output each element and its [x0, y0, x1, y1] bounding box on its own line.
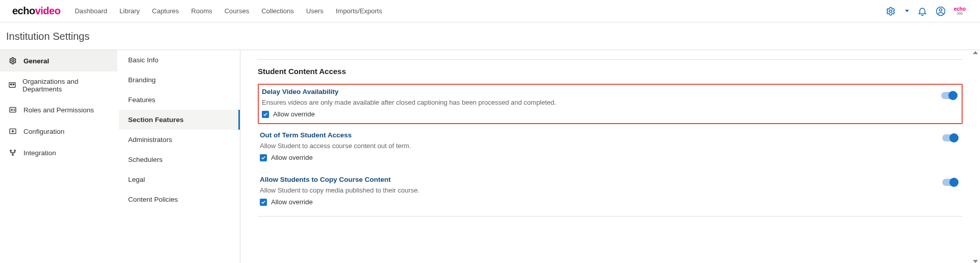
svg-point-12 — [12, 154, 14, 156]
nav-imports-exports[interactable]: Imports/Exports — [336, 7, 382, 15]
override-label: Allow override — [273, 110, 315, 118]
checkbox-allow-override[interactable] — [260, 199, 267, 206]
toggle-copy-content[interactable] — [942, 179, 958, 186]
mid-nav-schedulers[interactable]: Schedulers — [119, 150, 240, 170]
setting-title: Out of Term Student Access — [260, 131, 961, 139]
left-nav-label: Roles and Permissions — [23, 106, 94, 114]
mid-nav-administrators[interactable]: Administrators — [119, 130, 240, 150]
user-icon[interactable] — [936, 6, 946, 16]
top-icons: echo 360 — [886, 6, 966, 16]
top-nav: Dashboard Library Captures Rooms Courses… — [75, 7, 382, 15]
checkbox-allow-override[interactable] — [260, 154, 267, 161]
topbar: echovideo Dashboard Library Captures Roo… — [0, 0, 980, 22]
setting-title: Delay Video Availability — [262, 88, 959, 95]
nav-collections[interactable]: Collections — [261, 7, 294, 15]
svg-point-3 — [12, 60, 14, 62]
gear-icon — [8, 56, 17, 65]
svg-point-8 — [11, 109, 13, 111]
nav-users[interactable]: Users — [306, 7, 324, 15]
content-pane: Student Content Access Delay Video Avail… — [240, 50, 980, 263]
divider — [258, 59, 963, 60]
echo360-line1: echo — [954, 6, 966, 12]
bell-icon[interactable] — [917, 6, 927, 16]
svg-rect-5 — [11, 84, 12, 85]
toggle-delay-video[interactable] — [941, 92, 957, 99]
logo-part-video: video — [35, 5, 61, 16]
override-row: Allow override — [260, 154, 961, 161]
nav-library[interactable]: Library — [119, 7, 140, 15]
setting-title: Allow Students to Copy Course Content — [260, 176, 961, 183]
svg-point-0 — [889, 10, 892, 12]
left-nav: General Organizations and Departments Ro… — [0, 50, 117, 263]
roles-icon — [8, 105, 17, 114]
left-nav-general[interactable]: General — [0, 50, 117, 71]
checkbox-allow-override[interactable] — [262, 111, 269, 118]
setting-desc: Allow Student to access course content o… — [260, 142, 961, 150]
echo360-logo[interactable]: echo 360 — [954, 7, 966, 15]
override-row: Allow override — [260, 198, 961, 206]
setting-delay-video: Delay Video Availability Ensures videos … — [258, 84, 963, 124]
setting-out-of-term: Out of Term Student Access Allow Student… — [258, 127, 963, 169]
svg-rect-4 — [9, 83, 15, 87]
left-nav-roles[interactable]: Roles and Permissions — [0, 99, 117, 121]
scroll-up-icon[interactable] — [973, 51, 978, 54]
layout: General Organizations and Departments Ro… — [0, 50, 980, 263]
config-icon — [8, 127, 17, 136]
nav-captures[interactable]: Captures — [152, 7, 179, 15]
nav-courses[interactable]: Courses — [225, 7, 249, 15]
divider — [258, 216, 963, 217]
setting-desc: Ensures videos are only made available a… — [262, 99, 959, 106]
toggle-out-of-term[interactable] — [942, 134, 958, 141]
svg-point-10 — [10, 150, 12, 152]
left-nav-orgs[interactable]: Organizations and Departments — [0, 71, 117, 99]
mid-nav: Basic Info Branding Features Section Fea… — [117, 50, 240, 263]
org-icon — [8, 81, 16, 90]
svg-rect-6 — [13, 84, 14, 85]
left-nav-integration[interactable]: Integration — [0, 142, 117, 163]
vertical-scrollbar[interactable] — [972, 50, 979, 263]
section-heading: Student Content Access — [258, 67, 963, 76]
override-row: Allow override — [262, 110, 959, 118]
integration-icon — [8, 148, 17, 157]
mid-nav-features[interactable]: Features — [119, 90, 240, 110]
left-nav-label: Configuration — [23, 128, 64, 135]
mid-nav-legal[interactable]: Legal — [119, 170, 240, 189]
nav-rooms[interactable]: Rooms — [191, 7, 212, 15]
override-label: Allow override — [271, 198, 313, 206]
setting-desc: Allow Student to copy media published to… — [260, 186, 961, 194]
override-label: Allow override — [271, 154, 313, 161]
scroll-down-icon[interactable] — [973, 260, 978, 263]
mid-nav-content-policies[interactable]: Content Policies — [119, 189, 240, 209]
left-nav-label: General — [23, 57, 49, 65]
nav-dashboard[interactable]: Dashboard — [75, 7, 107, 15]
page-title: Institution Settings — [0, 22, 980, 50]
mid-nav-basic-info[interactable]: Basic Info — [119, 50, 240, 70]
setting-copy-content: Allow Students to Copy Course Content Al… — [258, 172, 963, 213]
echo360-line2: 360 — [954, 12, 966, 15]
left-nav-config[interactable]: Configuration — [0, 121, 117, 142]
svg-point-2 — [939, 9, 942, 11]
settings-icon[interactable] — [886, 6, 896, 16]
logo[interactable]: echovideo — [12, 5, 60, 17]
left-nav-label: Organizations and Departments — [22, 78, 109, 93]
left-nav-label: Integration — [23, 149, 56, 157]
chevron-down-icon[interactable] — [905, 10, 909, 12]
mid-nav-branding[interactable]: Branding — [119, 70, 240, 90]
logo-part-echo: echo — [12, 5, 35, 16]
svg-point-11 — [14, 150, 16, 152]
mid-nav-section-features[interactable]: Section Features — [119, 110, 240, 130]
